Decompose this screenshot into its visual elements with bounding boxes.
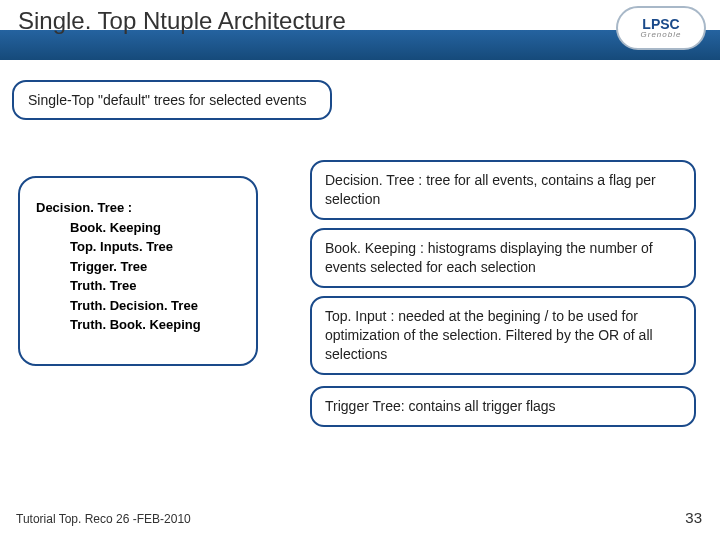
subtitle-box: Single-Top "default" trees for selected … xyxy=(12,80,332,120)
page-title: Single. Top Ntuple Architecture xyxy=(18,7,346,35)
logo-sub: Grenoble xyxy=(641,31,682,39)
tree-item: Book. Keeping xyxy=(70,218,240,238)
tree-box: Decision. Tree : Book. Keeping Top. Inpu… xyxy=(18,176,258,366)
desc-top-input: Top. Input : needed at the begining / to… xyxy=(310,296,696,375)
tree-root: Decision. Tree : xyxy=(36,198,240,218)
tree-item: Top. Inputs. Tree xyxy=(70,237,240,257)
tree-item: Truth. Tree xyxy=(70,276,240,296)
desc-text: Top. Input : needed at the begining / to… xyxy=(325,308,653,362)
desc-book-keeping: Book. Keeping : histograms displaying th… xyxy=(310,228,696,288)
desc-text: Trigger Tree: contains all trigger flags xyxy=(325,398,556,414)
subtitle-text: Single-Top "default" trees for selected … xyxy=(28,92,306,108)
tree-item: Truth. Decision. Tree xyxy=(70,296,240,316)
desc-text: Decision. Tree : tree for all events, co… xyxy=(325,172,656,207)
page-number: 33 xyxy=(685,509,702,526)
desc-text: Book. Keeping : histograms displaying th… xyxy=(325,240,653,275)
desc-trigger-tree: Trigger Tree: contains all trigger flags xyxy=(310,386,696,427)
logo: LPSC Grenoble xyxy=(616,6,706,50)
logo-main: LPSC xyxy=(642,17,679,31)
desc-decision-tree: Decision. Tree : tree for all events, co… xyxy=(310,160,696,220)
footer-left: Tutorial Top. Reco 26 -FEB-2010 xyxy=(16,512,191,526)
title-bar: Single. Top Ntuple Architecture LPSC Gre… xyxy=(0,0,720,60)
tree-item: Trigger. Tree xyxy=(70,257,240,277)
tree-item: Truth. Book. Keeping xyxy=(70,315,240,335)
